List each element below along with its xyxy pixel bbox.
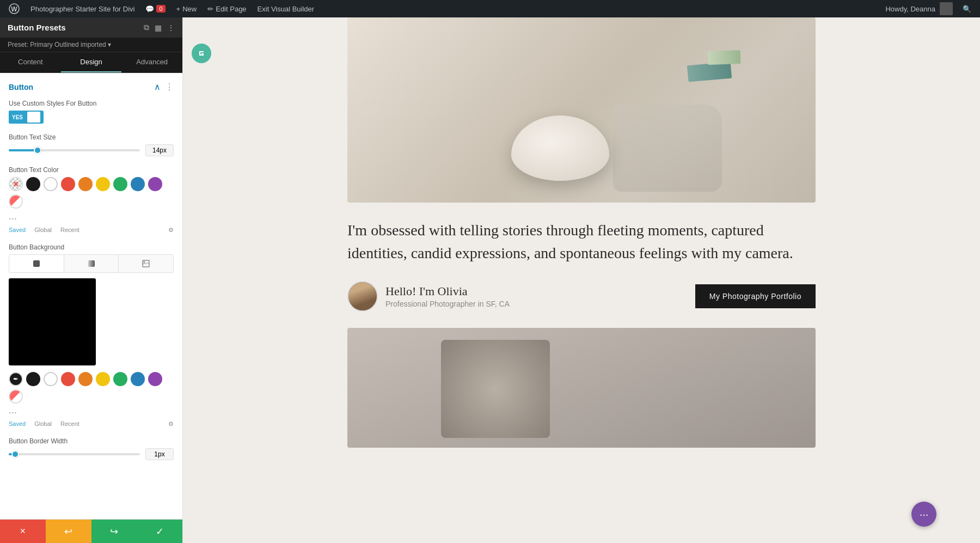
toggle-container: YES — [9, 111, 174, 124]
section-controls: ∧ ⋮ — [154, 82, 174, 92]
confirm-button[interactable]: ✓ — [137, 520, 182, 543]
border-width-value[interactable]: 1px — [145, 448, 174, 460]
site-name-link[interactable]: Photographer Starter Site for Divi — [26, 0, 139, 17]
more-colors-icon[interactable]: ··· — [9, 213, 17, 224]
panel-more-icon[interactable]: ⋮ — [167, 23, 175, 32]
bg-tab-image[interactable] — [119, 255, 173, 272]
panel-header-icons: ⧉ ▦ ⋮ — [144, 23, 175, 32]
more-colors-icon-2[interactable]: ··· — [9, 407, 17, 418]
bg-color-box[interactable] — [9, 278, 96, 365]
settings-icon-2[interactable]: ⚙ — [168, 420, 174, 428]
settings-icon-1[interactable]: ⚙ — [168, 227, 174, 234]
color-swatch-blue[interactable] — [131, 177, 145, 191]
author-name: Hello! I'm Olivia — [385, 284, 510, 298]
bg-tabs — [9, 254, 174, 273]
color-swatch-transparent[interactable] — [9, 177, 23, 191]
site-name-text: Photographer Starter Site for Divi — [30, 5, 134, 13]
gradient-icon — [87, 259, 96, 268]
color-swatch2-purple[interactable] — [148, 372, 162, 386]
svg-text:W: W — [11, 5, 17, 13]
border-width-thumb[interactable] — [11, 450, 19, 458]
hero-cloth-decoration — [613, 105, 722, 192]
divi-builder-btn[interactable] — [192, 44, 211, 63]
exit-builder-label: Exit Visual Builder — [258, 5, 315, 13]
color-swatch2-white[interactable] — [44, 372, 58, 386]
fab-icon: ··· — [920, 508, 929, 521]
panel-content: Button ∧ ⋮ Use Custom Styles For Button … — [0, 73, 182, 519]
comment-link[interactable]: 💬 0 — [141, 0, 169, 17]
recent-label-1: Recent — [60, 227, 79, 234]
author-text: Hello! I'm Olivia Professional Photograp… — [385, 284, 510, 308]
hero-image — [347, 17, 816, 203]
tab-design[interactable]: Design — [61, 52, 122, 72]
panel-copy-icon[interactable]: ⧉ — [144, 23, 149, 32]
color-swatch2-blue[interactable] — [131, 372, 145, 386]
tab-content[interactable]: Content — [0, 52, 61, 72]
preset-label-text: Preset: Primary Outlined imported ▾ — [8, 41, 111, 48]
global-label-1: Global — [34, 227, 52, 234]
border-width-row: Button Border Width 1px — [9, 437, 174, 460]
admin-bar: W Photographer Starter Site for Divi 💬 0… — [0, 0, 980, 17]
color-swatch-orange[interactable] — [78, 177, 93, 191]
redo-button[interactable]: ↪ — [91, 520, 137, 543]
bg-tab-gradient[interactable] — [64, 255, 119, 272]
color-swatch-purple[interactable] — [148, 177, 162, 191]
author-row: Hello! I'm Olivia Professional Photograp… — [347, 281, 816, 312]
comment-count: 0 — [156, 5, 165, 13]
text-color-row: Button Text Color ··· Sav — [9, 166, 174, 234]
cancel-button[interactable]: × — [0, 520, 46, 543]
cancel-icon: × — [20, 526, 26, 537]
author-avatar — [347, 281, 378, 312]
eyedropper-icon[interactable]: ✒ — [9, 372, 23, 386]
color-swatch-black[interactable] — [26, 177, 40, 191]
user-greeting[interactable]: Howdy, Deanna — [881, 0, 957, 17]
preset-label[interactable]: Preset: Primary Outlined imported ▾ — [0, 38, 182, 52]
color-swatch-yellow[interactable] — [96, 177, 110, 191]
section-collapse-icon[interactable]: ∧ — [154, 82, 161, 92]
search-icon-btn[interactable]: 🔍 — [958, 0, 976, 17]
color-swatch2-orange[interactable] — [78, 372, 93, 386]
bg-row: Button Background — [9, 243, 174, 428]
color-swatch-red[interactable] — [61, 177, 75, 191]
custom-styles-row: Use Custom Styles For Button YES — [9, 100, 174, 124]
panel-tabs: Content Design Advanced — [0, 52, 182, 73]
edit-page-link[interactable]: ✏ Edit Page — [203, 0, 250, 17]
author-info: Hello! I'm Olivia Professional Photograp… — [347, 281, 510, 312]
tab-advanced[interactable]: Advanced — [121, 52, 182, 72]
hero-bowl-decoration — [511, 115, 609, 181]
section2-decoration — [441, 340, 550, 438]
text-size-slider-row: 14px — [9, 144, 174, 156]
text-size-thumb[interactable] — [34, 147, 41, 154]
color-palette-1 — [9, 177, 174, 209]
wp-logo[interactable]: W — [4, 0, 24, 17]
color-swatch2-green[interactable] — [113, 372, 127, 386]
exit-builder-link[interactable]: Exit Visual Builder — [253, 0, 319, 17]
saved-label-2: Saved — [9, 420, 26, 428]
svg-rect-2 — [33, 260, 40, 267]
panel-title: Button Presets — [8, 23, 66, 32]
fab-button[interactable]: ··· — [911, 502, 936, 527]
color-eraser-2[interactable] — [9, 389, 23, 404]
image-icon — [142, 259, 150, 268]
bg-tab-color[interactable] — [9, 255, 64, 272]
new-link[interactable]: + New — [172, 0, 201, 17]
color-eraser-1[interactable] — [9, 194, 23, 209]
custom-styles-toggle[interactable]: YES — [9, 111, 44, 124]
section-menu-icon[interactable]: ⋮ — [165, 82, 174, 92]
undo-icon: ↩ — [64, 526, 72, 538]
portfolio-button[interactable]: My Photography Portfolio — [695, 284, 816, 308]
color-swatch-green[interactable] — [113, 177, 127, 191]
undo-button[interactable]: ↩ — [46, 520, 91, 543]
recent-label-2: Recent — [60, 420, 79, 428]
text-size-value[interactable]: 14px — [145, 144, 174, 156]
color-swatch2-black[interactable] — [26, 372, 40, 386]
panel-layout-icon[interactable]: ▦ — [155, 23, 162, 32]
user-label: Howdy, Deanna — [885, 5, 935, 13]
border-width-slider-row: 1px — [9, 448, 174, 460]
color-swatch2-red[interactable] — [61, 372, 75, 386]
color-swatch2-yellow[interactable] — [96, 372, 110, 386]
text-size-row: Button Text Size 14px — [9, 133, 174, 156]
section-header: Button ∧ ⋮ — [9, 82, 174, 92]
portfolio-button-label: My Photography Portfolio — [709, 292, 801, 301]
color-swatch-white[interactable] — [44, 177, 58, 191]
